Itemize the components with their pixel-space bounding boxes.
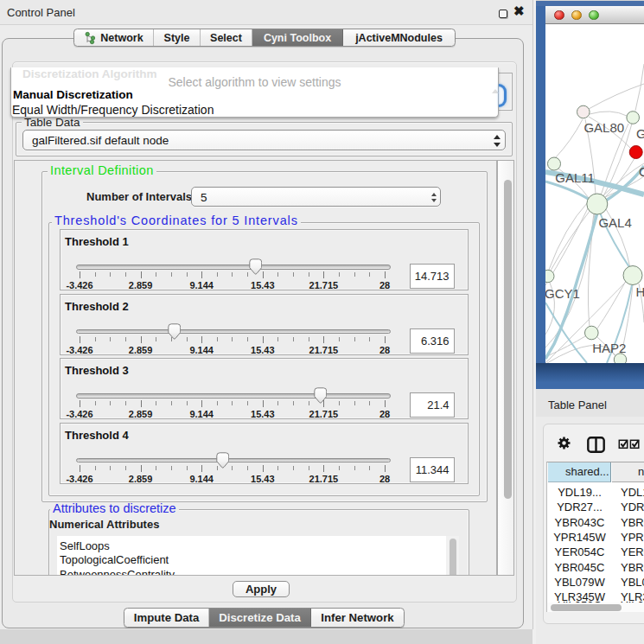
svg-text:HAP2: HAP2 — [592, 341, 626, 355]
svg-text:GAL80: GAL80 — [583, 120, 624, 135]
svg-text:GAL11: GAL11 — [555, 170, 595, 185]
svg-text:H: H — [636, 284, 644, 299]
svg-text:C: C — [639, 164, 644, 179]
svg-text:GCY1: GCY1 — [545, 286, 580, 301]
svg-text:G.: G. — [636, 126, 644, 141]
svg-text:GAL4: GAL4 — [598, 215, 631, 230]
